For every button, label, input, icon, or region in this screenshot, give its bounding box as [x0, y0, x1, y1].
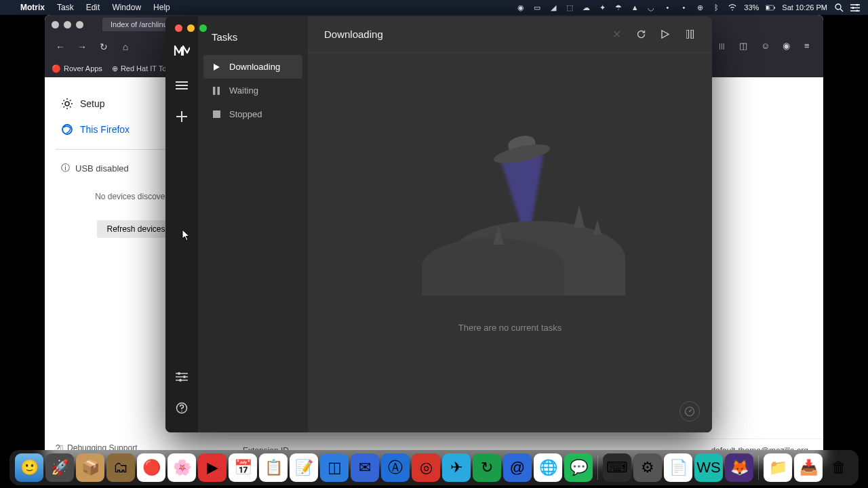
- resume-all-icon[interactable]: [659, 28, 671, 41]
- motrix-header: Downloading ✕: [308, 16, 712, 53]
- menu-help[interactable]: Help: [153, 3, 170, 12]
- info-icon: ⓘ: [61, 162, 70, 174]
- dock-launchpad[interactable]: 🚀: [45, 453, 74, 482]
- bluetooth-icon[interactable]: ᛒ: [711, 3, 721, 12]
- dock-trello[interactable]: ◫: [320, 453, 349, 482]
- pause-all-icon[interactable]: [684, 28, 696, 41]
- record-icon[interactable]: ◉: [516, 3, 526, 12]
- dock-separator: [597, 455, 598, 480]
- sidebar-icon[interactable]: ◫: [739, 41, 751, 53]
- maximize-icon[interactable]: [199, 24, 207, 32]
- back-button[interactable]: ←: [52, 38, 69, 56]
- help-icon[interactable]: [171, 397, 193, 419]
- dock-folder[interactable]: 📁: [764, 453, 792, 482]
- search-icon[interactable]: [834, 3, 844, 12]
- stop-icon: [212, 110, 221, 118]
- dock-appstore[interactable]: Ⓐ: [381, 453, 410, 482]
- library-icon[interactable]: ⫼: [717, 41, 730, 53]
- reload-button[interactable]: ↻: [95, 38, 113, 56]
- dock-chrome[interactable]: 🌐: [534, 453, 562, 482]
- battery-percent[interactable]: 33%: [744, 3, 759, 12]
- traffic-lights[interactable]: [52, 21, 83, 28]
- dock-app[interactable]: 📦: [76, 453, 104, 482]
- dot-icon[interactable]: •: [663, 3, 672, 12]
- sidebar-item-waiting[interactable]: Waiting: [203, 79, 302, 102]
- umbrella-icon[interactable]: ☂: [614, 3, 623, 12]
- dock-notes[interactable]: 📝: [290, 453, 318, 482]
- empty-text: There are no current tasks: [458, 323, 561, 333]
- status-icons: ◉ ▭ ◢ ⬚ ☁ ✦ ☂ ▲ ◡ • • ⊕ ᛒ 33% Sat 10:26 …: [516, 3, 860, 12]
- cloud-icon[interactable]: ☁: [581, 3, 591, 12]
- menu-icon[interactable]: ≡: [804, 41, 816, 53]
- dock-firefox[interactable]: 🦊: [725, 453, 753, 482]
- motrix-logo-icon[interactable]: [174, 45, 190, 57]
- bookmark-item[interactable]: 🔴 Rover Apps: [52, 64, 102, 73]
- globe-icon[interactable]: ⊕: [695, 3, 705, 12]
- dock-textedit[interactable]: 📄: [664, 453, 692, 482]
- menu-task[interactable]: Task: [57, 3, 74, 12]
- menu-window[interactable]: Window: [112, 3, 141, 12]
- svg-point-4: [835, 4, 841, 9]
- minimize-icon[interactable]: [187, 24, 195, 32]
- svg-point-9: [856, 4, 859, 6]
- close-icon[interactable]: [175, 24, 182, 32]
- dock-webstorm[interactable]: WS: [694, 453, 723, 482]
- tasks-icon[interactable]: [171, 75, 193, 96]
- macos-dock: 🙂 🚀 📦 🗂 🔴 🌸 ▶ 📅 📋 📝 ◫ ✉ Ⓐ ◎ ✈ ↻ @ 🌐 💬 ⌨ …: [9, 450, 859, 485]
- sidebar-item-downloading[interactable]: Downloading: [203, 55, 302, 79]
- menu-edit[interactable]: Edit: [86, 3, 100, 12]
- dock-app[interactable]: ✉: [351, 453, 379, 482]
- dock-app[interactable]: ↻: [473, 453, 501, 482]
- dot-icon-2[interactable]: •: [679, 3, 688, 12]
- shield-icon[interactable]: ▲: [630, 3, 639, 12]
- preferences-icon[interactable]: [171, 366, 193, 388]
- app-name[interactable]: Motrix: [20, 3, 45, 12]
- dock-separator: [758, 455, 759, 480]
- tray-icon-2[interactable]: ⬚: [565, 3, 574, 12]
- svg-rect-27: [213, 87, 216, 95]
- svg-point-0: [732, 9, 733, 11]
- add-task-icon[interactable]: [171, 106, 193, 127]
- ext-icon[interactable]: ◉: [783, 41, 795, 53]
- dock-calendar[interactable]: 📅: [229, 453, 257, 482]
- dock-app[interactable]: ◎: [412, 453, 440, 482]
- dropbox-icon[interactable]: ✦: [597, 3, 607, 12]
- dock-downloads[interactable]: 📥: [794, 453, 823, 482]
- account-icon[interactable]: ☺: [761, 41, 773, 53]
- speed-indicator-icon[interactable]: [679, 401, 700, 422]
- forward-button[interactable]: →: [73, 38, 91, 56]
- minimize-icon[interactable]: [64, 21, 71, 28]
- motrix-main: Downloading ✕: [308, 16, 712, 432]
- dock-app[interactable]: 🔴: [137, 453, 165, 482]
- close-icon[interactable]: [52, 21, 59, 28]
- firefox-icon: [61, 123, 73, 136]
- dock-whatsapp[interactable]: 💬: [564, 453, 593, 482]
- dock-trash[interactable]: 🗑: [825, 453, 853, 482]
- dock-settings[interactable]: ⚙: [633, 453, 662, 482]
- svg-rect-29: [213, 110, 220, 118]
- display-icon[interactable]: ▭: [532, 3, 542, 12]
- dock-youtube[interactable]: ▶: [198, 453, 226, 482]
- dock-photos[interactable]: 🌸: [167, 453, 196, 482]
- control-center-icon[interactable]: [850, 3, 860, 12]
- home-button[interactable]: ⌂: [117, 38, 134, 56]
- wifi-icon[interactable]: [728, 3, 737, 12]
- refresh-devices-button[interactable]: Refresh devices: [97, 220, 174, 238]
- svg-point-10: [852, 7, 854, 9]
- dock-terminal[interactable]: ⌨: [603, 453, 631, 482]
- page-title: Downloading: [324, 28, 610, 40]
- sidebar-item-stopped[interactable]: Stopped: [203, 102, 302, 126]
- dock-telegram[interactable]: ✈: [442, 453, 471, 482]
- refresh-icon[interactable]: [635, 28, 647, 41]
- maximize-icon[interactable]: [76, 21, 83, 28]
- clock[interactable]: Sat 10:26 PM: [782, 3, 827, 12]
- battery-icon[interactable]: [766, 3, 775, 12]
- tray-icon[interactable]: ◢: [549, 3, 558, 12]
- vpn-icon[interactable]: ◡: [646, 3, 656, 12]
- delete-icon[interactable]: ✕: [610, 28, 623, 41]
- dock-finder[interactable]: 🙂: [15, 453, 43, 482]
- dock-reminders[interactable]: 📋: [259, 453, 288, 482]
- dock-mail[interactable]: @: [503, 453, 532, 482]
- browser-tab[interactable]: Index of /archlinu: [102, 18, 176, 31]
- dock-app[interactable]: 🗂: [106, 453, 135, 482]
